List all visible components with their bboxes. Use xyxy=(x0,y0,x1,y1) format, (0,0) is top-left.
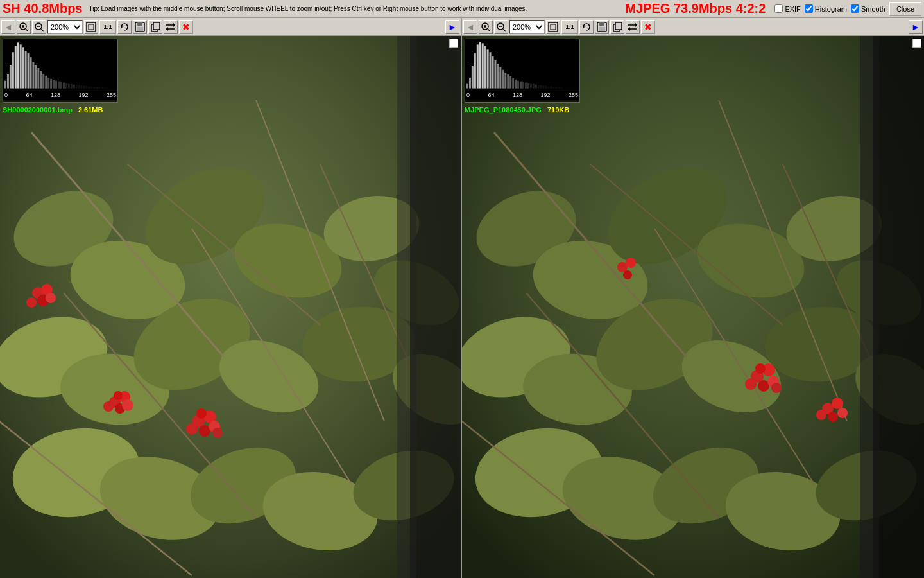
svg-rect-93 xyxy=(25,51,27,88)
exif-checkbox-group: EXIF xyxy=(774,4,800,13)
right-codec-title: MJPEG 73.9Mbps 4:2:2 xyxy=(625,1,766,16)
swap-button-right[interactable] xyxy=(626,20,640,34)
rotate-button-right[interactable] xyxy=(579,20,594,34)
svg-rect-198 xyxy=(522,82,524,89)
zoom-select-right[interactable]: 200% 25% 50% 100% 400% 800% xyxy=(509,20,545,34)
right-image-panel[interactable]: 0 64 128 192 255 MJPEG_P1080450.JPG 719K… xyxy=(462,36,924,578)
svg-rect-194 xyxy=(512,78,514,89)
copy-button-right[interactable] xyxy=(610,20,624,34)
zoom-select-left[interactable]: 200% 25% 50% 100% 400% 800% xyxy=(47,20,83,34)
left-histogram-svg xyxy=(3,39,117,91)
svg-rect-186 xyxy=(492,56,494,88)
svg-rect-112 xyxy=(73,85,75,89)
one-to-one-button-left[interactable]: 1:1 xyxy=(99,20,116,34)
save-button-left[interactable] xyxy=(133,20,147,34)
zoom-out-button-left[interactable] xyxy=(32,20,46,34)
svg-rect-200 xyxy=(527,83,529,89)
svg-rect-190 xyxy=(502,70,504,89)
hist-right-label-0: 0 xyxy=(466,92,470,98)
left-image-panel[interactable]: 0 64 128 192 255 SH00002000001.bmp 2.61M… xyxy=(0,36,462,578)
zoom-in-button-left[interactable] xyxy=(17,20,31,34)
exif-label: EXIF xyxy=(785,5,800,13)
zoom-in-button-right[interactable] xyxy=(479,20,493,34)
svg-rect-106 xyxy=(58,82,60,89)
svg-rect-83 xyxy=(397,36,416,578)
right-nav-next-arrow-right[interactable]: ► xyxy=(909,20,923,34)
delete-button-left[interactable]: ✖ xyxy=(179,20,193,34)
svg-rect-125 xyxy=(106,88,108,89)
zoom-out-icon-left xyxy=(34,22,44,32)
svg-rect-95 xyxy=(30,57,32,88)
svg-point-171 xyxy=(626,258,636,268)
svg-rect-180 xyxy=(477,44,479,88)
svg-rect-116 xyxy=(83,86,85,89)
close-button[interactable]: Close xyxy=(889,2,921,16)
svg-rect-108 xyxy=(63,83,65,89)
hist-left-label-192: 192 xyxy=(78,92,88,98)
left-histogram-overlay: 0 64 128 192 255 xyxy=(3,39,118,103)
svg-rect-211 xyxy=(555,87,557,89)
left-nav-prev-arrow-right[interactable]: ◄ xyxy=(463,20,477,34)
svg-point-166 xyxy=(832,398,843,409)
svg-rect-199 xyxy=(525,83,527,89)
svg-line-6 xyxy=(41,29,44,31)
rotate-button-left[interactable] xyxy=(117,20,132,34)
svg-rect-191 xyxy=(504,73,506,89)
svg-marker-18 xyxy=(166,27,168,31)
swap-icon-right xyxy=(628,22,638,32)
svg-rect-179 xyxy=(474,53,476,88)
right-nav-next-arrow-left[interactable]: ► xyxy=(445,20,459,34)
left-image-content xyxy=(0,36,461,578)
svg-rect-98 xyxy=(37,68,39,89)
swap-icon-left xyxy=(166,22,176,32)
svg-marker-16 xyxy=(173,23,175,27)
svg-rect-206 xyxy=(543,86,545,89)
zoom-out-button-right[interactable] xyxy=(494,20,508,34)
svg-rect-86 xyxy=(7,74,9,89)
svg-point-73 xyxy=(122,399,133,411)
svg-rect-189 xyxy=(499,67,501,89)
histogram-checkbox[interactable] xyxy=(805,4,813,13)
fit-icon-left xyxy=(86,22,96,32)
svg-rect-14 xyxy=(153,22,160,30)
svg-marker-37 xyxy=(628,27,630,31)
svg-rect-124 xyxy=(103,88,105,89)
svg-point-164 xyxy=(771,383,782,393)
left-file-name: SH00002000001.bmp xyxy=(3,106,73,114)
delete-button-right[interactable]: ✖ xyxy=(641,20,655,34)
svg-rect-91 xyxy=(20,44,22,88)
fit-icon-right xyxy=(548,22,558,32)
exif-checkbox[interactable] xyxy=(774,4,783,13)
copy-icon-right xyxy=(612,22,622,32)
svg-rect-99 xyxy=(40,71,42,89)
svg-rect-196 xyxy=(517,81,519,89)
save-button-right[interactable] xyxy=(595,20,609,34)
svg-rect-30 xyxy=(599,22,604,26)
svg-marker-35 xyxy=(635,23,637,27)
svg-rect-100 xyxy=(42,74,44,89)
right-histogram-canvas xyxy=(465,39,579,91)
hist-right-label-255: 255 xyxy=(569,92,578,98)
right-file-size: 719KB xyxy=(547,106,569,114)
svg-rect-101 xyxy=(45,76,47,89)
fit-button-left[interactable] xyxy=(84,20,98,34)
left-file-info: SH00002000001.bmp 2.61MB xyxy=(3,105,103,115)
svg-rect-182 xyxy=(482,43,484,88)
svg-rect-188 xyxy=(497,64,499,89)
hist-right-label-128: 128 xyxy=(513,92,522,98)
one-to-one-button-right[interactable]: 1:1 xyxy=(561,20,578,34)
svg-rect-27 xyxy=(551,24,556,30)
svg-rect-208 xyxy=(548,87,550,89)
svg-rect-102 xyxy=(47,78,49,89)
svg-rect-174 xyxy=(860,36,879,578)
fit-button-right[interactable] xyxy=(546,20,560,34)
svg-point-68 xyxy=(46,293,56,303)
svg-rect-114 xyxy=(78,85,80,89)
svg-point-81 xyxy=(212,428,223,438)
copy-button-left[interactable] xyxy=(148,20,162,34)
svg-rect-117 xyxy=(86,86,88,89)
left-nav-prev-arrow[interactable]: ◄ xyxy=(1,20,15,34)
swap-button-left[interactable] xyxy=(164,20,178,34)
svg-point-67 xyxy=(26,297,37,308)
smooth-checkbox[interactable] xyxy=(851,4,859,13)
